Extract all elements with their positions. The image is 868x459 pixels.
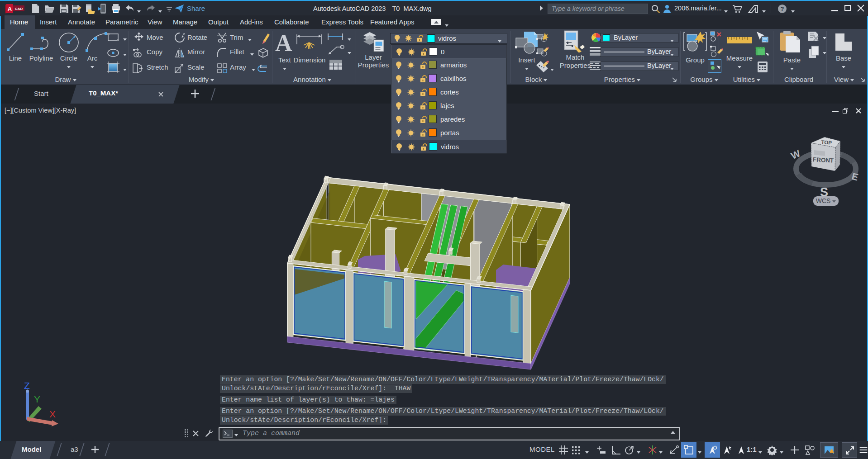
svg-text:A: A — [8, 5, 12, 12]
svg-text:?: ? — [781, 5, 784, 12]
svg-text:FRONT: FRONT — [813, 156, 835, 164]
svg-text:Y: Y — [34, 394, 40, 404]
svg-text:X: X — [49, 409, 56, 419]
svg-text:Z: Z — [24, 380, 30, 391]
svg-text:TOP: TOP — [821, 139, 832, 146]
svg-text:CAD: CAD — [15, 7, 23, 11]
